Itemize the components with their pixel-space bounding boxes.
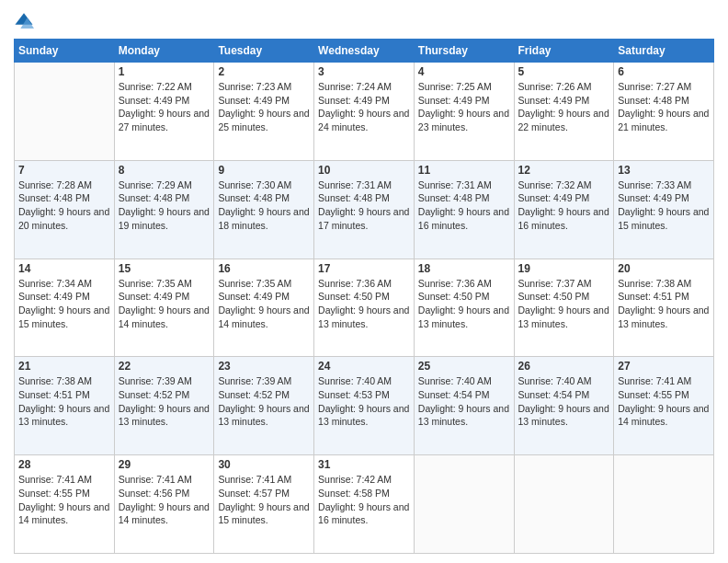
calendar-cell: 15Sunrise: 7:35 AMSunset: 4:49 PMDayligh… [114,259,214,357]
day-number: 7 [18,164,110,177]
day-info: Sunrise: 7:24 AMSunset: 4:49 PMDaylight:… [318,80,410,134]
weekday-header: Sunday [15,40,115,63]
calendar-cell: 18Sunrise: 7:36 AMSunset: 4:50 PMDayligh… [414,259,514,357]
calendar: SundayMondayTuesdayWednesdayThursdayFrid… [14,39,714,554]
calendar-cell [614,455,714,554]
calendar-cell: 21Sunrise: 7:38 AMSunset: 4:51 PMDayligh… [15,357,115,455]
day-number: 15 [119,262,210,275]
day-info: Sunrise: 7:26 AMSunset: 4:49 PMDaylight:… [518,80,610,134]
day-number: 29 [119,458,210,471]
day-number: 26 [518,360,610,373]
calendar-cell: 4Sunrise: 7:25 AMSunset: 4:49 PMDaylight… [414,63,514,161]
weekday-header: Tuesday [214,40,314,63]
calendar-cell: 20Sunrise: 7:38 AMSunset: 4:51 PMDayligh… [614,259,714,357]
day-number: 3 [318,65,410,78]
calendar-cell: 11Sunrise: 7:31 AMSunset: 4:48 PMDayligh… [414,160,514,259]
calendar-cell: 27Sunrise: 7:41 AMSunset: 4:55 PMDayligh… [614,357,714,455]
day-info: Sunrise: 7:40 AMSunset: 4:53 PMDaylight:… [318,374,410,429]
day-info: Sunrise: 7:33 AMSunset: 4:49 PMDaylight:… [618,178,710,233]
day-info: Sunrise: 7:36 AMSunset: 4:50 PMDaylight:… [318,277,410,331]
calendar-week-row: 21Sunrise: 7:38 AMSunset: 4:51 PMDayligh… [15,357,714,455]
day-number: 5 [518,65,610,78]
day-info: Sunrise: 7:27 AMSunset: 4:48 PMDaylight:… [618,80,710,134]
calendar-week-row: 7Sunrise: 7:28 AMSunset: 4:48 PMDaylight… [15,160,714,259]
calendar-cell: 1Sunrise: 7:22 AMSunset: 4:49 PMDaylight… [114,63,214,161]
day-number: 9 [218,164,310,177]
day-info: Sunrise: 7:41 AMSunset: 4:55 PMDaylight:… [618,374,710,429]
calendar-cell: 26Sunrise: 7:40 AMSunset: 4:54 PMDayligh… [514,357,614,455]
calendar-cell: 7Sunrise: 7:28 AMSunset: 4:48 PMDaylight… [15,160,115,259]
day-info: Sunrise: 7:25 AMSunset: 4:49 PMDaylight:… [418,80,510,134]
page: SundayMondayTuesdayWednesdayThursdayFrid… [0,0,728,563]
logo-icon [14,11,34,31]
weekday-header: Friday [514,40,614,63]
calendar-cell: 3Sunrise: 7:24 AMSunset: 4:49 PMDaylight… [314,63,415,161]
day-info: Sunrise: 7:38 AMSunset: 4:51 PMDaylight:… [618,277,710,331]
calendar-cell: 23Sunrise: 7:39 AMSunset: 4:52 PMDayligh… [214,357,314,455]
day-number: 10 [318,164,410,177]
day-number: 25 [418,360,510,373]
calendar-cell: 5Sunrise: 7:26 AMSunset: 4:49 PMDaylight… [514,63,614,161]
calendar-cell: 24Sunrise: 7:40 AMSunset: 4:53 PMDayligh… [314,357,415,455]
day-info: Sunrise: 7:41 AMSunset: 4:56 PMDaylight:… [119,473,210,527]
day-number: 17 [318,262,410,275]
day-number: 22 [119,360,210,373]
day-info: Sunrise: 7:39 AMSunset: 4:52 PMDaylight:… [119,374,210,429]
calendar-cell: 17Sunrise: 7:36 AMSunset: 4:50 PMDayligh… [314,259,415,357]
day-number: 16 [218,262,310,275]
calendar-cell: 6Sunrise: 7:27 AMSunset: 4:48 PMDaylight… [614,63,714,161]
day-number: 27 [618,360,710,373]
calendar-cell: 22Sunrise: 7:39 AMSunset: 4:52 PMDayligh… [114,357,214,455]
day-number: 12 [518,164,610,177]
day-number: 1 [119,65,210,78]
weekday-header: Saturday [614,40,714,63]
day-number: 31 [318,458,410,471]
calendar-cell: 19Sunrise: 7:37 AMSunset: 4:50 PMDayligh… [514,259,614,357]
calendar-cell: 8Sunrise: 7:29 AMSunset: 4:48 PMDaylight… [114,160,214,259]
day-info: Sunrise: 7:23 AMSunset: 4:49 PMDaylight:… [218,80,310,134]
day-info: Sunrise: 7:40 AMSunset: 4:54 PMDaylight:… [418,374,510,429]
weekday-header: Thursday [414,40,514,63]
day-info: Sunrise: 7:36 AMSunset: 4:50 PMDaylight:… [418,277,510,331]
day-info: Sunrise: 7:30 AMSunset: 4:48 PMDaylight:… [218,178,310,233]
weekday-header-row: SundayMondayTuesdayWednesdayThursdayFrid… [15,40,714,63]
day-info: Sunrise: 7:37 AMSunset: 4:50 PMDaylight:… [518,277,610,331]
calendar-cell: 29Sunrise: 7:41 AMSunset: 4:56 PMDayligh… [114,455,214,554]
day-info: Sunrise: 7:41 AMSunset: 4:55 PMDaylight:… [18,473,110,527]
calendar-cell [514,455,614,554]
day-info: Sunrise: 7:31 AMSunset: 4:48 PMDaylight:… [318,178,410,233]
day-info: Sunrise: 7:41 AMSunset: 4:57 PMDaylight:… [218,473,310,527]
calendar-cell: 2Sunrise: 7:23 AMSunset: 4:49 PMDaylight… [214,63,314,161]
calendar-cell: 31Sunrise: 7:42 AMSunset: 4:58 PMDayligh… [314,455,415,554]
day-number: 23 [218,360,310,373]
day-info: Sunrise: 7:22 AMSunset: 4:49 PMDaylight:… [119,80,210,134]
day-number: 24 [318,360,410,373]
day-number: 13 [618,164,710,177]
day-number: 30 [218,458,310,471]
weekday-header: Wednesday [314,40,415,63]
day-info: Sunrise: 7:39 AMSunset: 4:52 PMDaylight:… [218,374,310,429]
calendar-cell [15,63,115,161]
calendar-cell: 12Sunrise: 7:32 AMSunset: 4:49 PMDayligh… [514,160,614,259]
calendar-cell: 10Sunrise: 7:31 AMSunset: 4:48 PMDayligh… [314,160,415,259]
day-number: 28 [18,458,110,471]
day-number: 6 [618,65,710,78]
calendar-week-row: 14Sunrise: 7:34 AMSunset: 4:49 PMDayligh… [15,259,714,357]
calendar-cell: 16Sunrise: 7:35 AMSunset: 4:49 PMDayligh… [214,259,314,357]
calendar-cell: 30Sunrise: 7:41 AMSunset: 4:57 PMDayligh… [214,455,314,554]
calendar-cell: 13Sunrise: 7:33 AMSunset: 4:49 PMDayligh… [614,160,714,259]
calendar-week-row: 1Sunrise: 7:22 AMSunset: 4:49 PMDaylight… [15,63,714,161]
day-info: Sunrise: 7:35 AMSunset: 4:49 PMDaylight:… [119,277,210,331]
day-number: 18 [418,262,510,275]
logo [14,9,38,31]
calendar-cell: 25Sunrise: 7:40 AMSunset: 4:54 PMDayligh… [414,357,514,455]
day-number: 4 [418,65,510,78]
day-number: 11 [418,164,510,177]
weekday-header: Monday [114,40,214,63]
day-info: Sunrise: 7:28 AMSunset: 4:48 PMDaylight:… [18,178,110,233]
day-info: Sunrise: 7:34 AMSunset: 4:49 PMDaylight:… [18,277,110,331]
calendar-cell: 28Sunrise: 7:41 AMSunset: 4:55 PMDayligh… [15,455,115,554]
day-info: Sunrise: 7:35 AMSunset: 4:49 PMDaylight:… [218,277,310,331]
calendar-cell [414,455,514,554]
calendar-cell: 9Sunrise: 7:30 AMSunset: 4:48 PMDaylight… [214,160,314,259]
